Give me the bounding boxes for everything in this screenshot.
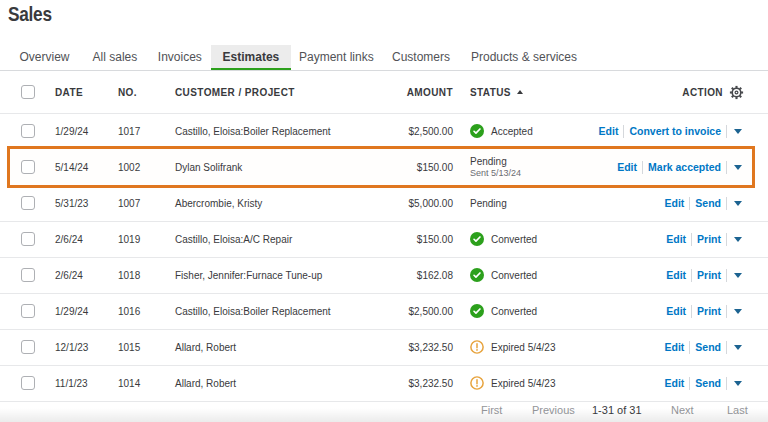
edit-link[interactable]: Edit: [664, 377, 684, 389]
row-checkbox[interactable]: [21, 304, 35, 318]
row-checkbox[interactable]: [21, 268, 35, 282]
cell-customer: Allard, Robert: [175, 365, 236, 401]
tab-overview[interactable]: Overview: [8, 45, 82, 71]
cell-no: 1017: [118, 113, 140, 149]
mark-accepted-link[interactable]: Mark accepted: [648, 161, 721, 173]
cell-customer: Fisher, Jennifer:Furnace Tune-up: [175, 257, 322, 293]
action-separator: [691, 233, 692, 246]
status-sublabel: Sent 5/13/24: [470, 168, 521, 178]
cell-status: Converted: [470, 221, 537, 257]
action-separator: [689, 377, 690, 390]
status-label: Converted: [491, 306, 537, 317]
cell-status: Pending Sent 5/13/24: [470, 149, 521, 185]
row-checkbox[interactable]: [21, 340, 35, 354]
edit-link[interactable]: Edit: [666, 269, 686, 281]
action-dropdown-icon[interactable]: [734, 273, 742, 278]
cell-date: 1/29/24: [55, 293, 88, 329]
row-checkbox[interactable]: [21, 232, 35, 246]
table-header-row: DATE NO. CUSTOMER / PROJECT AMOUNT STATU…: [0, 71, 768, 113]
row-checkbox[interactable]: [21, 196, 35, 210]
row-divider: [0, 365, 768, 366]
tab-customers[interactable]: Customers: [380, 45, 462, 71]
column-header-no[interactable]: NO.: [118, 71, 137, 113]
row-divider: [0, 329, 768, 330]
pagination-previous[interactable]: Previous: [532, 404, 575, 416]
send-link[interactable]: Send: [695, 341, 721, 353]
print-link[interactable]: Print: [697, 269, 721, 281]
action-separator: [726, 197, 727, 210]
edit-link[interactable]: Edit: [664, 197, 684, 209]
tab-invoices[interactable]: Invoices: [146, 45, 214, 71]
column-header-customer[interactable]: CUSTOMER / PROJECT: [175, 71, 295, 113]
cell-no: 1002: [118, 149, 140, 185]
tab-products-services[interactable]: Products & services: [459, 45, 589, 71]
row-checkbox[interactable]: [21, 124, 35, 138]
cell-no: 1016: [118, 293, 140, 329]
pagination-next[interactable]: Next: [671, 404, 694, 416]
cell-date: 11/1/23: [55, 365, 88, 401]
action-dropdown-icon[interactable]: [734, 237, 742, 242]
action-separator: [691, 269, 692, 282]
cell-action: Edit Mark accepted: [617, 149, 744, 185]
tab-estimates[interactable]: Estimates: [211, 45, 292, 71]
cell-action: Edit Convert to invoice: [599, 113, 744, 149]
cell-no: 1014: [118, 365, 140, 401]
row-checkbox[interactable]: [21, 160, 35, 174]
edit-link[interactable]: Edit: [664, 341, 684, 353]
cell-status: Converted: [470, 293, 537, 329]
tab-payment-links[interactable]: Payment links: [287, 45, 386, 71]
table-row: 2/6/24 1019 Castillo, Eloisa:A/C Repair …: [0, 221, 768, 257]
action-dropdown-icon[interactable]: [734, 129, 742, 134]
action-dropdown-icon[interactable]: [734, 309, 742, 314]
cell-action: Edit Print: [666, 293, 744, 329]
cell-customer: Castillo, Eloisa:A/C Repair: [175, 221, 292, 257]
cell-no: 1019: [118, 221, 140, 257]
table-row: 1/29/24 1016 Castillo, Eloisa:Boiler Rep…: [0, 293, 768, 329]
column-header-status[interactable]: STATUS: [470, 71, 523, 113]
edit-link[interactable]: Edit: [666, 233, 686, 245]
table-row: 1/29/24 1017 Castillo, Eloisa:Boiler Rep…: [0, 113, 768, 149]
action-separator: [726, 233, 727, 246]
action-dropdown-icon[interactable]: [734, 381, 742, 386]
action-separator: [623, 125, 624, 138]
action-dropdown-icon[interactable]: [734, 345, 742, 350]
action-dropdown-icon[interactable]: [734, 165, 742, 170]
cell-status: Converted: [470, 257, 537, 293]
page-title: Sales: [8, 2, 52, 26]
accepted-check-icon: [470, 124, 484, 138]
select-all-checkbox[interactable]: [21, 85, 35, 99]
pagination-range: 1-31 of 31: [592, 404, 642, 416]
pagination-first[interactable]: First: [481, 404, 502, 416]
pagination-last[interactable]: Last: [727, 404, 748, 416]
print-link[interactable]: Print: [697, 233, 721, 245]
cell-date: 2/6/24: [55, 257, 83, 293]
cell-status: Expired 5/4/23: [470, 365, 556, 401]
print-link[interactable]: Print: [697, 305, 721, 317]
column-header-amount[interactable]: AMOUNT: [407, 71, 453, 113]
cell-date: 2/6/24: [55, 221, 83, 257]
send-link[interactable]: Send: [695, 377, 721, 389]
edit-link[interactable]: Edit: [599, 125, 619, 137]
cell-action: Edit Print: [666, 221, 744, 257]
cell-status: Pending: [470, 185, 507, 221]
action-dropdown-icon[interactable]: [734, 201, 742, 206]
sales-tabs: Overview All sales Invoices Estimates Pa…: [0, 45, 768, 71]
status-label: Converted: [491, 234, 537, 245]
cell-no: 1015: [118, 329, 140, 365]
action-separator: [726, 341, 727, 354]
edit-link[interactable]: Edit: [666, 305, 686, 317]
column-header-date[interactable]: DATE: [55, 71, 83, 113]
send-link[interactable]: Send: [695, 197, 721, 209]
action-separator: [726, 269, 727, 282]
edit-link[interactable]: Edit: [617, 161, 637, 173]
action-separator: [726, 161, 727, 174]
action-separator: [689, 341, 690, 354]
gear-icon[interactable]: [729, 85, 744, 100]
row-checkbox[interactable]: [21, 376, 35, 390]
cell-date: 1/29/24: [55, 113, 88, 149]
table-row-highlighted: 5/14/24 1002 Dylan Solifrank $150.00 Pen…: [0, 149, 768, 185]
converted-check-icon: [470, 304, 484, 318]
table-row: 12/1/23 1015 Allard, Robert $3,232.50 Ex…: [0, 329, 768, 365]
convert-to-invoice-link[interactable]: Convert to invoice: [629, 125, 721, 137]
tab-all-sales[interactable]: All sales: [81, 45, 150, 71]
